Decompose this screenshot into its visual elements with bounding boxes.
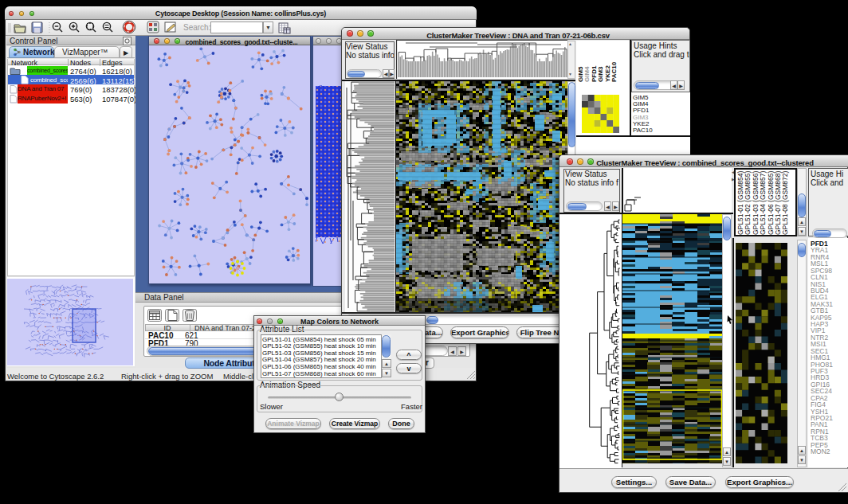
- svg-text:GPL51-08 (GSM872): GPL51-08 (GSM872): [781, 171, 789, 235]
- svg-text:PAC10: PAC10: [610, 61, 618, 82]
